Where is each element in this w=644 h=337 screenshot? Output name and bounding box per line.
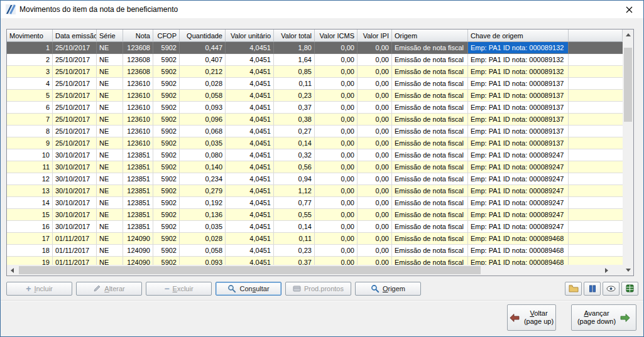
cell[interactable]: NE	[97, 161, 123, 173]
cell[interactable]: 0,11	[274, 233, 315, 245]
table-row[interactable]: 1330/10/2017NE12385159020,2794,04511,120…	[7, 185, 623, 197]
table-row[interactable]: 925/10/2017NE12361059020,0354,04510,140,…	[7, 137, 623, 149]
cell[interactable]: Emissão de nota fiscal	[392, 78, 468, 90]
cell[interactable]: 4,0451	[226, 149, 274, 161]
cell[interactable]: Emissão de nota fiscal	[392, 197, 468, 209]
cell[interactable]: 0,00	[357, 102, 392, 114]
cell[interactable]: 4,0451	[226, 114, 274, 126]
avancar-button[interactable]: Avançar (page down)	[571, 304, 636, 331]
cell[interactable]: NE	[97, 114, 123, 126]
cell[interactable]: Emissão de nota fiscal	[392, 42, 468, 54]
cell[interactable]: NE	[97, 137, 123, 149]
cell[interactable]: NE	[97, 209, 123, 221]
cell[interactable]: Emp: PA1 ID nota: 000089247	[468, 197, 569, 209]
cell[interactable]: 1,64	[274, 54, 315, 66]
cell[interactable]: 5902	[153, 257, 180, 265]
cell[interactable]: 0,447	[180, 42, 226, 54]
origem-button[interactable]: Origem	[355, 282, 421, 296]
cell[interactable]: 0,00	[315, 114, 357, 126]
cell[interactable]: NE	[97, 149, 123, 161]
cell[interactable]: 30/10/2017	[53, 209, 97, 221]
table-row[interactable]: 1430/10/2017NE12385159020,1924,04510,770…	[7, 197, 623, 209]
cell[interactable]: NE	[97, 90, 123, 102]
cell[interactable]: 5902	[153, 149, 180, 161]
cell[interactable]: 4,0451	[226, 78, 274, 90]
cell[interactable]: 0,00	[357, 221, 392, 233]
table-row[interactable]: 1530/10/2017NE12385159020,1364,04510,550…	[7, 209, 623, 221]
cell[interactable]: 123851	[123, 161, 153, 173]
cell[interactable]: NE	[97, 257, 123, 265]
cell[interactable]: 30/10/2017	[53, 149, 97, 161]
cell[interactable]: 5902	[153, 197, 180, 209]
cell[interactable]: Emp: PA1 ID nota: 000089247	[468, 185, 569, 197]
cell[interactable]: Emissão de nota fiscal	[392, 149, 468, 161]
cell[interactable]: 0,00	[315, 54, 357, 66]
cell[interactable]: Emissão de nota fiscal	[392, 221, 468, 233]
cell[interactable]: Emissão de nota fiscal	[392, 114, 468, 126]
cell[interactable]: 2	[7, 54, 53, 66]
cell[interactable]: 0,55	[274, 209, 315, 221]
cell[interactable]: 123851	[123, 185, 153, 197]
consultar-button[interactable]: Consultar	[216, 282, 281, 296]
cell[interactable]: NE	[97, 102, 123, 114]
column-header-cfop[interactable]: CFOP	[153, 29, 180, 42]
cell[interactable]: Emp: PA1 ID nota: 000089132	[468, 42, 569, 54]
cell[interactable]: 5	[7, 90, 53, 102]
cell[interactable]: Emissão de nota fiscal	[392, 173, 468, 185]
column-header-serie[interactable]: Série	[97, 29, 123, 42]
cell[interactable]: 0,068	[180, 126, 226, 137]
table-row[interactable]: 1030/10/2017NE12385159020,0804,04510,320…	[7, 149, 623, 161]
table-row[interactable]: 1630/10/2017NE12385159020,0354,04510,140…	[7, 221, 623, 233]
cell[interactable]: 4,0451	[226, 42, 274, 54]
scroll-right-button[interactable]	[601, 265, 612, 275]
cell[interactable]: Emp: PA1 ID nota: 000089132	[468, 66, 569, 78]
cell[interactable]: Emp: PA1 ID nota: 000089468	[468, 257, 569, 265]
cell[interactable]: Emp: PA1 ID nota: 000089247	[468, 161, 569, 173]
cell[interactable]: 0,00	[357, 245, 392, 257]
cell[interactable]: NE	[97, 221, 123, 233]
cell[interactable]: 30/10/2017	[53, 185, 97, 197]
cell[interactable]: 0,94	[274, 173, 315, 185]
cell[interactable]: 0,00	[315, 221, 357, 233]
cell[interactable]: 4,0451	[226, 137, 274, 149]
cell[interactable]: 0,23	[274, 245, 315, 257]
cell[interactable]: 0,407	[180, 54, 226, 66]
cell[interactable]: 5902	[153, 233, 180, 245]
cell[interactable]: Emp: PA1 ID nota: 000089468	[468, 245, 569, 257]
cell[interactable]: 19	[7, 257, 53, 265]
cell[interactable]: 25/10/2017	[53, 126, 97, 137]
cell[interactable]: 5902	[153, 137, 180, 149]
cell[interactable]: 17	[7, 233, 53, 245]
cell[interactable]: 0,035	[180, 137, 226, 149]
cell[interactable]: 5902	[153, 221, 180, 233]
cell[interactable]: 14	[7, 197, 53, 209]
cell[interactable]: 1,80	[274, 42, 315, 54]
table-row[interactable]: 325/10/2017NE12360859020,2124,04510,850,…	[7, 66, 623, 78]
cell[interactable]: 0,77	[274, 197, 315, 209]
cell[interactable]: 0,093	[180, 257, 226, 265]
cell[interactable]: 123608	[123, 42, 153, 54]
cell[interactable]: 123608	[123, 66, 153, 78]
cell[interactable]: 123610	[123, 126, 153, 137]
table-row[interactable]: 825/10/2017NE12361059020,0684,04510,270,…	[7, 126, 623, 137]
cell[interactable]: Emp: PA1 ID nota: 000089247	[468, 221, 569, 233]
horizontal-scrollbar[interactable]	[7, 265, 612, 275]
cell[interactable]: 123610	[123, 78, 153, 90]
cell[interactable]: Emp: PA1 ID nota: 000089137	[468, 114, 569, 126]
cell[interactable]: Emp: PA1 ID nota: 000089132	[468, 54, 569, 66]
scroll-down-button[interactable]	[623, 265, 633, 275]
cell[interactable]: 0,00	[315, 185, 357, 197]
cell[interactable]: Emissão de nota fiscal	[392, 245, 468, 257]
cell[interactable]: 0,00	[315, 126, 357, 137]
cell[interactable]: 30/10/2017	[53, 161, 97, 173]
cell[interactable]: 123851	[123, 149, 153, 161]
cell[interactable]: 5902	[153, 114, 180, 126]
cell[interactable]: 0,234	[180, 173, 226, 185]
cell[interactable]: 0,00	[315, 149, 357, 161]
prod-prontos-button[interactable]: Prod.prontos	[285, 282, 351, 296]
cell[interactable]: NE	[97, 245, 123, 257]
cell[interactable]: 123610	[123, 137, 153, 149]
cell[interactable]: 4,0451	[226, 66, 274, 78]
table-row[interactable]: 125/10/2017NE12360859020,4474,04511,800,…	[7, 42, 623, 54]
cell[interactable]: 0,140	[180, 161, 226, 173]
